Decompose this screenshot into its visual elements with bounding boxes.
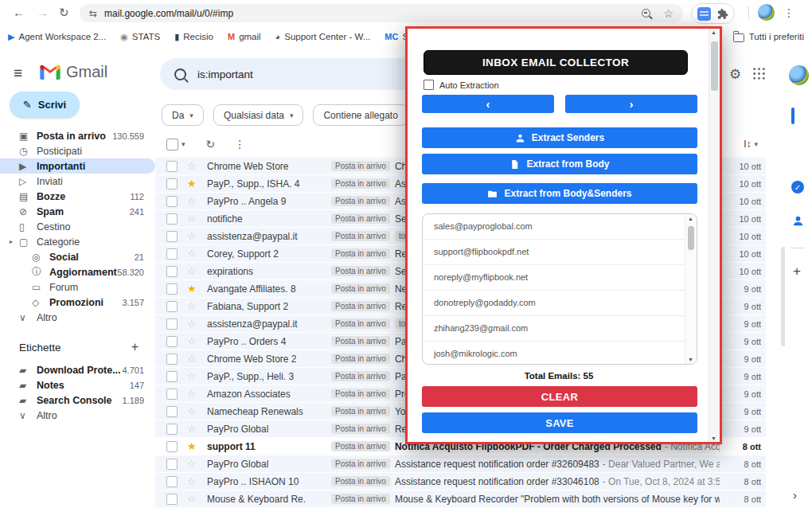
refresh-icon[interactable]: ↻ [206, 138, 216, 150]
tasks-icon[interactable]: ✓ [791, 181, 804, 193]
row-checkbox[interactable] [166, 318, 178, 330]
get-addons-icon[interactable]: + [793, 264, 801, 279]
star-icon[interactable]: ☆ [187, 371, 200, 382]
row-checkbox[interactable] [166, 213, 178, 225]
sidebar-item-search-console[interactable]: ▰Search Console1.189 [0, 393, 155, 408]
sidebar-item-categorie[interactable]: ▸▢Categorie [0, 234, 155, 249]
star-icon[interactable]: ☆ [187, 424, 200, 435]
sidebar-item-spam[interactable]: ⊘Spam241 [0, 204, 155, 219]
row-checkbox[interactable] [166, 283, 178, 295]
star-icon[interactable]: ☆ [187, 318, 200, 330]
bookmark-item[interactable]: ◉STATS [120, 32, 160, 42]
star-icon[interactable]: ☆ [187, 231, 200, 242]
sidebar-item-altro[interactable]: ∨Altro [0, 408, 155, 423]
row-checkbox[interactable] [166, 476, 178, 487]
email-row[interactable]: ☆Mouse & Keyboard Re.Posta in arrivoMous… [155, 490, 766, 508]
apps-grid-icon[interactable] [753, 68, 765, 80]
sidebar-item-inviati[interactable]: ▷Inviati [0, 174, 155, 189]
star-icon[interactable]: ☆ [187, 213, 200, 225]
chevron-right-icon[interactable]: › [793, 488, 797, 502]
sidebar-item-bozze[interactable]: ▤Bozze112 [0, 189, 155, 204]
scroll-down-icon[interactable]: ▼ [711, 436, 716, 441]
compose-button[interactable]: ✎ Scrivi [10, 92, 80, 118]
sidebar-item-forum[interactable]: ▭Forum [0, 279, 155, 295]
row-checkbox[interactable] [166, 178, 178, 190]
search-query[interactable]: is:important [197, 68, 253, 80]
collected-email-item[interactable]: donotreply@godaddy.com [423, 291, 697, 316]
row-checkbox[interactable] [166, 266, 178, 277]
star-icon[interactable]: ☆ [187, 248, 200, 260]
collected-email-item[interactable]: zhihang239@gmail.com [423, 316, 697, 342]
auto-extraction-checkbox[interactable] [424, 80, 434, 90]
collected-email-item[interactable]: support@flipbookpdf.net [423, 240, 697, 265]
more-options-icon[interactable]: ⋮ [234, 138, 245, 150]
star-icon[interactable]: ☆ [187, 406, 200, 417]
url-text[interactable]: mail.google.com/mail/u/0/#imp [104, 8, 233, 19]
row-checkbox[interactable] [166, 441, 178, 452]
account-avatar[interactable] [789, 65, 809, 85]
add-label-icon[interactable]: + [131, 340, 139, 354]
sidebar-item-posta-in-arrivo[interactable]: ▣Posta in arrivo130.559 [0, 128, 155, 143]
sidebar-item-download-prote-[interactable]: ▰Download Prote...4.701 [0, 362, 155, 377]
row-checkbox[interactable] [166, 406, 178, 417]
sidebar-item-posticipati[interactable]: ◷Posticipati [0, 143, 155, 158]
star-icon[interactable]: ★ [187, 441, 200, 452]
star-icon[interactable]: ☆ [187, 301, 200, 312]
row-checkbox[interactable] [166, 161, 178, 172]
sidebar-item-importanti[interactable]: ▶Importanti [0, 158, 155, 174]
star-icon[interactable]: ☆ [187, 336, 200, 347]
expander-icon[interactable]: ▸ [10, 238, 19, 245]
extension-icon[interactable] [697, 7, 711, 21]
star-icon[interactable]: ☆ [187, 196, 200, 207]
row-checkbox[interactable] [166, 354, 178, 365]
next-page-button[interactable]: › [565, 95, 697, 113]
row-checkbox[interactable] [166, 301, 178, 312]
bookmark-star-icon[interactable]: ☆ [663, 7, 673, 20]
row-checkbox[interactable] [166, 389, 178, 400]
all-bookmarks-button[interactable]: Tutti i preferiti [733, 26, 804, 47]
sidebar-item-cestino[interactable]: ▯Cestino [0, 219, 155, 234]
contacts-icon[interactable] [791, 214, 805, 228]
extract-body-button[interactable]: Extract from Body [422, 154, 697, 174]
site-info-icon[interactable]: ⇆ [89, 8, 97, 19]
scroll-down-icon[interactable]: ▼ [688, 357, 693, 362]
popup-scrollbar[interactable]: ▲ ▼ [709, 29, 720, 442]
sidebar-item-promozioni[interactable]: ◇Promozioni3.157 [0, 295, 155, 310]
sidebar-item-aggiornamenti[interactable]: ⓘAggiornamenti58.320 [0, 264, 155, 279]
emails-list-scrollbar[interactable]: ▲ ▼ [685, 214, 697, 364]
collected-email-item[interactable]: sales@payproglobal.com [423, 214, 697, 240]
prev-page-button[interactable]: ‹ [422, 95, 554, 113]
email-row[interactable]: ☆PayPro .. ISHAON 10Posta in arrivoAssis… [155, 473, 766, 490]
filter-chip-da[interactable]: Da▾ [162, 104, 204, 126]
puzzle-icon[interactable] [716, 8, 728, 20]
row-checkbox[interactable] [166, 196, 178, 207]
calendar-icon[interactable] [791, 107, 794, 124]
sidebar-item-notes[interactable]: ▰Notes147 [0, 377, 155, 393]
row-checkbox[interactable] [166, 424, 178, 435]
row-checkbox[interactable] [166, 494, 178, 505]
back-icon[interactable]: ← [13, 5, 25, 21]
star-icon[interactable]: ★ [187, 283, 200, 295]
menu-icon[interactable]: ⋮ [783, 5, 794, 21]
forward-icon[interactable]: → [37, 5, 49, 21]
star-icon[interactable]: ☆ [187, 389, 200, 400]
extract-senders-button[interactable]: Extract Senders [422, 127, 697, 148]
scroll-thumb[interactable] [711, 41, 718, 91]
hamburger-icon[interactable]: ≡ [14, 64, 22, 82]
scroll-thumb[interactable] [688, 226, 694, 250]
bookmark-item[interactable]: Mgmail [228, 32, 261, 41]
collected-email-item[interactable]: josh@mikrologic.com [423, 342, 697, 365]
collected-email-item[interactable]: noreply@myflipbook.net [423, 265, 697, 291]
sort-control[interactable]: I↕ ▾ [744, 139, 758, 150]
star-icon[interactable]: ☆ [187, 476, 200, 487]
star-icon[interactable]: ☆ [187, 266, 200, 277]
filter-chip-qualsiasi-data[interactable]: Qualsiasi data▾ [213, 104, 304, 126]
extract-body-senders-button[interactable]: Extract from Body&Senders [422, 183, 697, 204]
zoom-icon[interactable] [642, 9, 650, 18]
row-checkbox[interactable] [166, 336, 178, 347]
row-checkbox[interactable] [166, 231, 178, 242]
star-icon[interactable]: ★ [187, 178, 200, 190]
row-checkbox[interactable] [166, 248, 178, 260]
email-row[interactable]: ☆PayPro GlobalPosta in arrivoAssistance … [155, 455, 766, 473]
star-icon[interactable]: ☆ [187, 161, 200, 172]
